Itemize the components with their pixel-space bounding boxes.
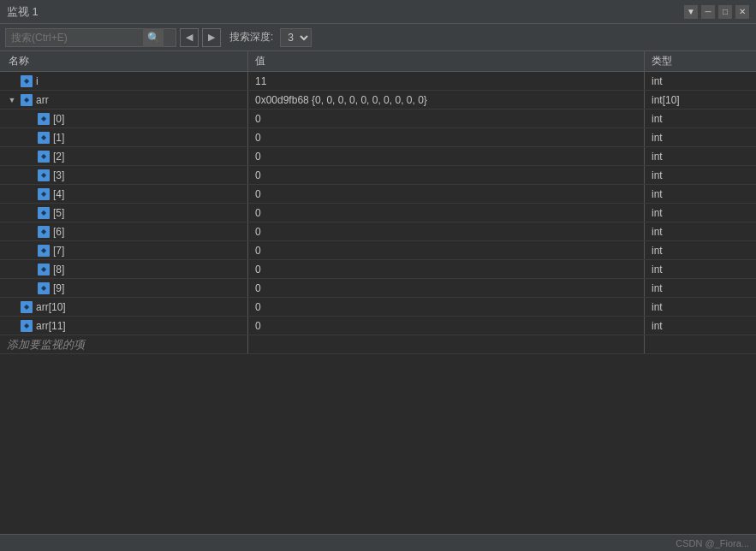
table-row[interactable]: ◆[0]0int xyxy=(0,110,756,128)
pin-button[interactable]: ▼ xyxy=(684,5,698,19)
variable-icon: ◆ xyxy=(38,282,50,294)
minimize-button[interactable]: ─ xyxy=(701,5,715,19)
bottom-bar: CSDN @_Fiora... xyxy=(0,534,756,551)
add-watch-label: 添加要监视的项 xyxy=(7,337,85,353)
cell-type: int xyxy=(645,185,756,203)
add-watch-value xyxy=(248,335,645,353)
variable-value: 0 xyxy=(255,113,261,125)
search-box: 🔍 xyxy=(5,28,176,47)
back-button[interactable]: ◀ xyxy=(180,28,199,47)
variable-type: int xyxy=(652,264,663,276)
cell-value: 0 xyxy=(248,222,645,240)
variable-icon: ◆ xyxy=(38,151,50,163)
cell-name: ◆[9] xyxy=(0,279,248,297)
variable-icon: ◆ xyxy=(21,94,33,106)
cell-name: ◆[6] xyxy=(0,222,248,240)
variable-value: 0x00d9fb68 {0, 0, 0, 0, 0, 0, 0, 0, 0, 0… xyxy=(255,94,427,106)
variable-type: int xyxy=(652,75,663,87)
maximize-button[interactable]: □ xyxy=(718,5,732,19)
variable-type: int xyxy=(652,132,663,144)
variable-name: [0] xyxy=(53,113,64,125)
variable-value: 0 xyxy=(255,151,261,163)
depth-select[interactable]: 3 1 2 4 5 xyxy=(280,28,312,47)
cell-value: 0 xyxy=(248,298,645,316)
table-row[interactable]: ◆[6]0int xyxy=(0,222,756,241)
cell-type: int xyxy=(645,110,756,127)
variable-icon: ◆ xyxy=(21,320,33,332)
table-row[interactable]: ◆[7]0int xyxy=(0,241,756,260)
col-type-header: 类型 xyxy=(645,51,756,71)
cell-value: 0 xyxy=(248,279,645,297)
table-row[interactable]: ◆[3]0int xyxy=(0,166,756,185)
variable-type: int[10] xyxy=(652,94,680,106)
variable-value: 0 xyxy=(255,132,261,144)
table-row[interactable]: ◆arr[11]0int xyxy=(0,317,756,335)
table-row[interactable]: ◆[5]0int xyxy=(0,204,756,222)
table-row[interactable]: ◆[4]0int xyxy=(0,185,756,204)
cell-name: ◆[2] xyxy=(0,147,248,165)
add-watch-row[interactable]: 添加要监视的项 xyxy=(0,335,756,354)
watch-window: 监视 1 ▼ ─ □ ✕ 🔍 ◀ ▶ 搜索深度: 3 1 2 4 5 xyxy=(0,0,756,551)
variable-type: int xyxy=(652,151,663,163)
variable-name: [5] xyxy=(53,207,64,219)
variable-name: [2] xyxy=(53,151,64,163)
bottom-text: CSDN @_Fiora... xyxy=(676,538,749,548)
variable-icon: ◆ xyxy=(38,113,50,125)
cell-type: int xyxy=(645,72,756,90)
cell-value: 0 xyxy=(248,147,645,165)
search-icon: 🔍 xyxy=(147,32,160,44)
table-row[interactable]: ◆[8]0int xyxy=(0,260,756,279)
cell-type: int xyxy=(645,298,756,316)
variable-type: int xyxy=(652,320,663,332)
variable-name: i xyxy=(36,75,39,87)
close-button[interactable]: ✕ xyxy=(735,5,749,19)
cell-type: int[10] xyxy=(645,91,756,109)
back-icon: ◀ xyxy=(186,32,193,43)
cell-value: 11 xyxy=(248,72,645,90)
col-name-header: 名称 xyxy=(0,51,248,71)
cell-type: int xyxy=(645,260,756,278)
cell-type: int xyxy=(645,317,756,335)
variable-value: 0 xyxy=(255,226,261,238)
cell-type: int xyxy=(645,222,756,240)
variable-value: 0 xyxy=(255,301,261,313)
add-watch-type xyxy=(645,335,756,353)
table-row[interactable]: ◆i11int xyxy=(0,72,756,91)
table-row[interactable]: ◆arr[10]0int xyxy=(0,298,756,317)
cell-value: 0 xyxy=(248,185,645,203)
expand-arrow-icon[interactable]: ▼ xyxy=(7,96,17,104)
search-icon-button[interactable]: 🔍 xyxy=(143,28,164,47)
title-bar-controls: ▼ ─ □ ✕ xyxy=(684,5,749,19)
cell-type: int xyxy=(645,241,756,259)
table-header: 名称 值 类型 xyxy=(0,51,756,72)
title-bar: 监视 1 ▼ ─ □ ✕ xyxy=(0,0,756,24)
cell-type: int xyxy=(645,166,756,184)
variable-name: arr[10] xyxy=(36,301,66,313)
variable-name: [6] xyxy=(53,226,64,238)
variable-value: 0 xyxy=(255,169,261,181)
col-value-header: 值 xyxy=(248,51,645,71)
variable-icon: ◆ xyxy=(38,207,50,219)
search-input[interactable] xyxy=(6,32,143,44)
forward-button[interactable]: ▶ xyxy=(202,28,221,47)
cell-name: ◆[1] xyxy=(0,128,248,146)
table-row[interactable]: ◆[9]0int xyxy=(0,279,756,298)
table-row[interactable]: ◆[1]0int xyxy=(0,128,756,147)
variable-icon: ◆ xyxy=(38,169,50,181)
variable-value: 0 xyxy=(255,188,261,200)
forward-icon: ▶ xyxy=(208,32,215,43)
title-bar-text: 监视 1 xyxy=(7,4,684,20)
watch-content: 名称 值 类型 ◆i11int▼◆arr0x00d9fb68 {0, 0, 0,… xyxy=(0,51,756,534)
table-row[interactable]: ▼◆arr0x00d9fb68 {0, 0, 0, 0, 0, 0, 0, 0,… xyxy=(0,91,756,110)
cell-value: 0 xyxy=(248,260,645,278)
variable-icon: ◆ xyxy=(21,75,33,87)
variable-type: int xyxy=(652,188,663,200)
cell-name: ◆[3] xyxy=(0,166,248,184)
cell-name: ◆arr[11] xyxy=(0,317,248,335)
variable-type: int xyxy=(652,169,663,181)
cell-name: ◆[8] xyxy=(0,260,248,278)
table-row[interactable]: ◆[2]0int xyxy=(0,147,756,166)
cell-value: 0 xyxy=(248,204,645,222)
variable-icon: ◆ xyxy=(38,264,50,276)
variable-name: arr[11] xyxy=(36,320,66,332)
